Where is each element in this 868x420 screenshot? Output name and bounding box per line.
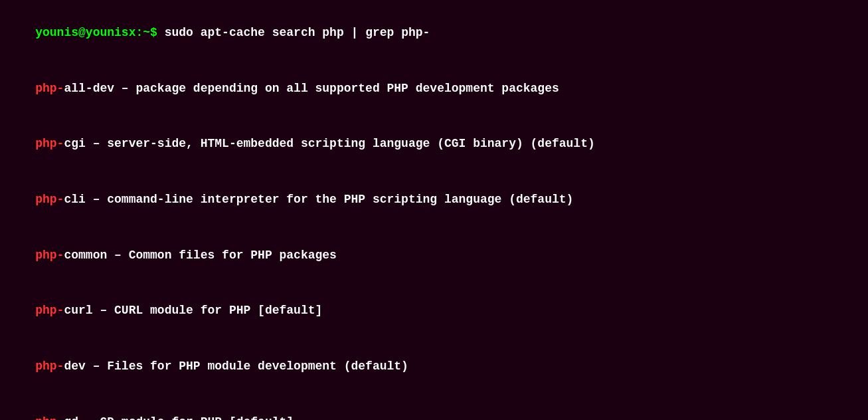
pkg-prefix: php- <box>35 193 64 206</box>
output-line-5: php-curl – CURL module for PHP [default] <box>7 283 861 339</box>
pkg-rest: cli – command-line interpreter for the P… <box>64 193 573 206</box>
pkg-rest: all-dev – package depending on all suppo… <box>64 82 559 95</box>
prompt-command: sudo apt-cache search php | grep php- <box>157 26 430 39</box>
terminal: younis@younisx:~$ sudo apt-cache search … <box>7 5 861 420</box>
pkg-rest: cgi – server-side, HTML-embedded scripti… <box>64 137 594 150</box>
pkg-rest: gd – GD module for PHP [default] <box>64 415 294 420</box>
prompt-hostname: younisx <box>86 26 136 39</box>
pkg-rest: common – Common files for PHP packages <box>64 249 336 262</box>
pkg-prefix: php- <box>35 304 64 317</box>
pkg-prefix: php- <box>35 415 64 420</box>
output-line-7: php-gd – GD module for PHP [default] <box>7 395 861 420</box>
pkg-rest: dev – Files for PHP module development (… <box>64 360 408 373</box>
output-line-1: php-all-dev – package depending on all s… <box>7 61 861 117</box>
prompt-username: younis <box>35 26 78 39</box>
prompt-separator: :~$ <box>135 26 157 39</box>
prompt-line: younis@younisx:~$ sudo apt-cache search … <box>7 5 861 61</box>
output-line-6: php-dev – Files for PHP module developme… <box>7 339 861 395</box>
output-line-2: php-cgi – server-side, HTML-embedded scr… <box>7 116 861 172</box>
pkg-rest: curl – CURL module for PHP [default] <box>64 304 322 317</box>
pkg-prefix: php- <box>35 249 64 262</box>
pkg-prefix: php- <box>35 360 64 373</box>
prompt-at: @ <box>78 26 86 39</box>
output-line-4: php-common – Common files for PHP packag… <box>7 228 861 284</box>
output-line-3: php-cli – command-line interpreter for t… <box>7 172 861 228</box>
pkg-prefix: php- <box>35 82 64 95</box>
pkg-prefix: php- <box>35 137 64 150</box>
